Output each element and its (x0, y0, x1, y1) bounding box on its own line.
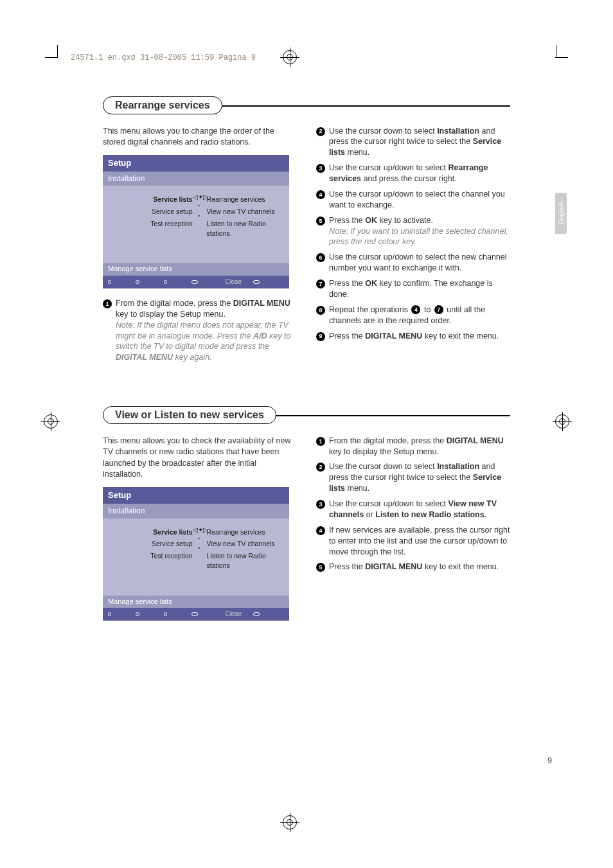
step-number-icon: 5 (316, 563, 325, 572)
menu-item: Service lists (109, 193, 193, 206)
right-column: 1 From the digital mode, press the DIGIT… (316, 436, 510, 630)
bullet-icon: • (193, 543, 206, 553)
step-number-icon: 2 (316, 463, 325, 472)
step-text: Use the cursor down to select Installati… (329, 461, 510, 494)
step-number-icon: 8 (316, 306, 325, 315)
nav-arrows-icon: ◁✦▷ (193, 526, 206, 533)
step-text: Press the DIGITAL MENU key to exit the m… (329, 331, 510, 342)
crop-mark-icon (555, 45, 568, 58)
step-text: Press the OK key to activate.Note: If yo… (329, 215, 510, 248)
page-number: 9 (547, 756, 552, 765)
color-button-icon (191, 280, 198, 284)
setup-title: Setup (103, 487, 289, 504)
menu-item: Test reception (109, 550, 193, 562)
step-3: 3 Use the cursor up/down to select View … (316, 499, 510, 520)
color-button-icon (164, 612, 167, 616)
color-button-icon (136, 612, 139, 616)
menu-item: Service setup (109, 206, 193, 218)
close-label: Close (225, 278, 242, 287)
step-9: 9 Press the DIGITAL MENU key to exit the… (316, 331, 510, 342)
step-5: 5 Press the OK key to activate.Note: If … (316, 215, 510, 248)
color-button-icon (253, 280, 260, 284)
step-number-icon: 4 (316, 190, 325, 199)
submenu-item: Rearrange services (207, 193, 283, 206)
step-text: Use the cursor up/down to select Rearran… (329, 163, 510, 184)
step-number-icon: 4 (411, 305, 420, 314)
step-8: 8 Repeat the operations 4 to 7 until all… (316, 305, 510, 326)
submenu-item: Rearrange services (207, 526, 283, 538)
step-number-icon: 7 (316, 279, 325, 288)
menu-item: Service setup (109, 538, 193, 550)
language-tab: English (555, 193, 567, 234)
menu-item: Test reception (109, 218, 193, 230)
page: 24571.1 en.qxd 31-08-2005 11:59 Pagina 9… (0, 0, 613, 868)
step-5: 5 Press the DIGITAL MENU key to exit the… (316, 562, 510, 572)
step-text: Use the cursor up/down to select the new… (329, 252, 510, 274)
right-column: 2 Use the cursor down to select Installa… (316, 126, 510, 368)
setup-screenshot: Setup Installation Service lists Service… (103, 155, 289, 288)
registration-mark-icon (555, 414, 569, 429)
step-4: 4 If new services are available, press t… (316, 525, 510, 558)
step-text: If new services are available, press the… (329, 525, 510, 558)
color-button-icon (164, 280, 167, 284)
section-view-listen: View or Listen to new services This menu… (103, 406, 510, 630)
submenu-item: Listen to new Radio stations (207, 550, 283, 571)
close-label: Close (225, 610, 242, 619)
print-header: 24571.1 en.qxd 31-08-2005 11:59 Pagina 9 (71, 53, 256, 62)
submenu-item: View new TV channels (207, 538, 283, 550)
setup-screenshot: Setup Installation Service lists Service… (103, 487, 289, 621)
step-number-icon: 3 (316, 164, 325, 173)
step-text: Use the cursor down to select Installati… (329, 126, 510, 159)
color-button-icon (136, 280, 139, 284)
color-button-icon (108, 612, 111, 616)
bullet-icon: • (193, 211, 206, 220)
step-7: 7 Press the OK key to confirm. The excha… (316, 278, 510, 300)
submenu-item: View new TV channels (207, 206, 283, 218)
step-4: 4 Use the cursor up/down to select the c… (316, 189, 510, 211)
setup-title: Setup (103, 155, 289, 172)
color-button-icon (253, 612, 260, 616)
setup-button-bar: Close (103, 276, 289, 288)
registration-mark-icon (44, 414, 58, 429)
setup-hint: Manage service lists (103, 263, 289, 275)
step-number-icon: 1 (316, 437, 325, 446)
step-text: Press the DIGITAL MENU key to exit the m… (329, 562, 510, 572)
step-2: 2 Use the cursor down to select Installa… (316, 126, 510, 159)
step-text: From the digital mode, press the DIGITAL… (329, 436, 510, 457)
registration-mark-icon (283, 50, 297, 64)
submenu-item: Listen to new Radio stations (207, 218, 283, 239)
crop-mark-icon (45, 45, 58, 58)
step-text: Press the OK key to confirm. The exchang… (329, 278, 510, 300)
intro-text: This menu allows you to check the availa… (103, 436, 297, 481)
step-number-icon: 1 (103, 299, 112, 308)
step-number-icon: 4 (316, 526, 325, 535)
setup-hint: Manage service lists (103, 596, 289, 608)
step-text: Use the cursor up/down to select View ne… (329, 499, 510, 520)
setup-subtitle: Installation (103, 172, 289, 186)
step-text: Repeat the operations 4 to 7 until all t… (329, 305, 510, 326)
step-1: 1 From the digital mode, press the DIGIT… (316, 436, 510, 457)
step-number-icon: 5 (316, 217, 325, 226)
nav-arrows-icon: ◁✦▷ (193, 193, 206, 200)
setup-subtitle: Installation (103, 504, 289, 518)
bullet-icon: • (193, 533, 206, 543)
section-title: Rearrange services (103, 96, 222, 114)
setup-button-bar: Close (103, 608, 289, 621)
section-title: View or Listen to new services (103, 406, 276, 424)
registration-mark-icon (283, 815, 297, 829)
step-number-icon: 2 (316, 127, 325, 136)
content-area: Rearrange services This menu allows you … (58, 51, 555, 630)
step-text: From the digital mode, press the DIGITAL… (116, 298, 297, 363)
step-number-icon: 9 (316, 332, 325, 341)
step-3: 3 Use the cursor up/down to select Rearr… (316, 163, 510, 184)
step-number-icon: 6 (316, 253, 325, 262)
step-6: 6 Use the cursor up/down to select the n… (316, 252, 510, 274)
step-number-icon: 3 (316, 500, 325, 509)
step-text: Use the cursor up/down to select the cha… (329, 189, 510, 211)
left-column: This menu allows you to change the order… (103, 126, 297, 368)
bullet-icon: • (193, 200, 206, 210)
menu-item: Service lists (109, 526, 193, 538)
color-button-icon (108, 280, 111, 284)
step-number-icon: 7 (434, 305, 443, 314)
left-column: This menu allows you to check the availa… (103, 436, 297, 630)
